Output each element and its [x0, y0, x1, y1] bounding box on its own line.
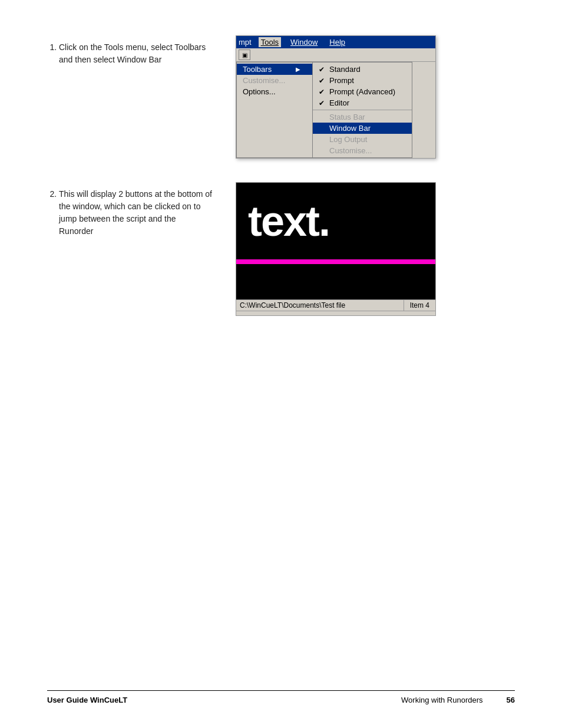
- submenu-customise: Customise...: [313, 145, 412, 156]
- menu-help[interactable]: Help: [327, 37, 348, 47]
- step-2: This will display 2 buttons at the botto…: [47, 182, 515, 316]
- menu-dropdowns: Toolbars ▶ Customise... Options...: [236, 62, 435, 158]
- footer: User Guide WinCueLT Working with Runorde…: [47, 690, 515, 704]
- window-bar-magenta[interactable]: [236, 259, 435, 264]
- toolbar-icon-1: ▣: [239, 50, 250, 60]
- footer-left: User Guide WinCueLT: [47, 696, 127, 704]
- submenu-window-bar[interactable]: Window Bar: [313, 123, 412, 134]
- dropdown-options[interactable]: Options...: [237, 86, 312, 97]
- dropdown-toolbars[interactable]: Toolbars ▶: [237, 64, 312, 75]
- menu-bar[interactable]: mpt Tools Window Help: [236, 36, 435, 48]
- status-path: C:\WinCueLT\Documents\Test file: [236, 300, 404, 311]
- submenu-log-output: Log Output: [313, 134, 412, 145]
- menu-window[interactable]: Window: [288, 37, 320, 47]
- screenshot-1-area: mpt Tools Window Help ▣ Too: [236, 35, 515, 159]
- separator-1: [313, 110, 412, 110]
- toolbar: ▣: [236, 48, 435, 62]
- submenu-status-bar: Status Bar: [313, 111, 412, 123]
- page: Click on the Tools menu, select Toolbars…: [0, 0, 562, 728]
- status-bar: C:\WinCueLT\Documents\Test file Item 4: [236, 299, 435, 311]
- submenu-editor[interactable]: ✔ Editor: [313, 97, 412, 108]
- menu-mpt: mpt: [239, 38, 252, 47]
- window-bottom-bar: [236, 311, 435, 315]
- script-area: text.: [236, 183, 435, 259]
- window-screenshot: text. C:\WinCueLT\Documents\Test file It…: [236, 182, 436, 316]
- step-1: Click on the Tools menu, select Toolbars…: [47, 35, 515, 159]
- step-2-description: This will display 2 buttons at the botto…: [47, 188, 212, 238]
- dropdown-customise: Customise...: [237, 75, 312, 86]
- step-2-li: This will display 2 buttons at the botto…: [59, 188, 212, 238]
- check-editor-icon: ✔: [319, 99, 327, 107]
- content-area: Click on the Tools menu, select Toolbars…: [47, 35, 515, 316]
- submenu-standard[interactable]: ✔ Standard: [313, 64, 412, 75]
- footer-right: Working with Runorders 56: [401, 696, 515, 704]
- dropdown-col2: ✔ Standard ✔ Prompt ✔ Prompt (Advanced): [312, 62, 412, 158]
- footer-section: Working with Runorders: [401, 696, 482, 704]
- status-item: Item 4: [404, 300, 435, 311]
- step-2-text: This will display 2 buttons at the botto…: [47, 182, 212, 241]
- check-prompt-adv-icon: ✔: [319, 88, 327, 96]
- step-1-description: Click on the Tools menu, select Toolbars…: [47, 41, 212, 66]
- submenu-prompt-advanced[interactable]: ✔ Prompt (Advanced): [313, 86, 412, 97]
- menu-screenshot: mpt Tools Window Help ▣ Too: [236, 35, 436, 159]
- screenshot-2-area: text. C:\WinCueLT\Documents\Test file It…: [236, 182, 515, 316]
- large-text-display: text.: [248, 197, 329, 245]
- step-1-text: Click on the Tools menu, select Toolbars…: [47, 35, 212, 70]
- footer-page: 56: [507, 696, 515, 704]
- arrow-right-icon: ▶: [296, 66, 300, 73]
- dropdown-col1: Toolbars ▶ Customise... Options...: [236, 62, 313, 158]
- check-prompt-icon: ✔: [319, 77, 327, 85]
- submenu-prompt[interactable]: ✔ Prompt: [313, 75, 412, 86]
- menu-tools[interactable]: Tools: [259, 37, 281, 47]
- runorder-area: [236, 264, 435, 299]
- check-standard-icon: ✔: [319, 65, 327, 74]
- step-1-li: Click on the Tools menu, select Toolbars…: [59, 41, 212, 66]
